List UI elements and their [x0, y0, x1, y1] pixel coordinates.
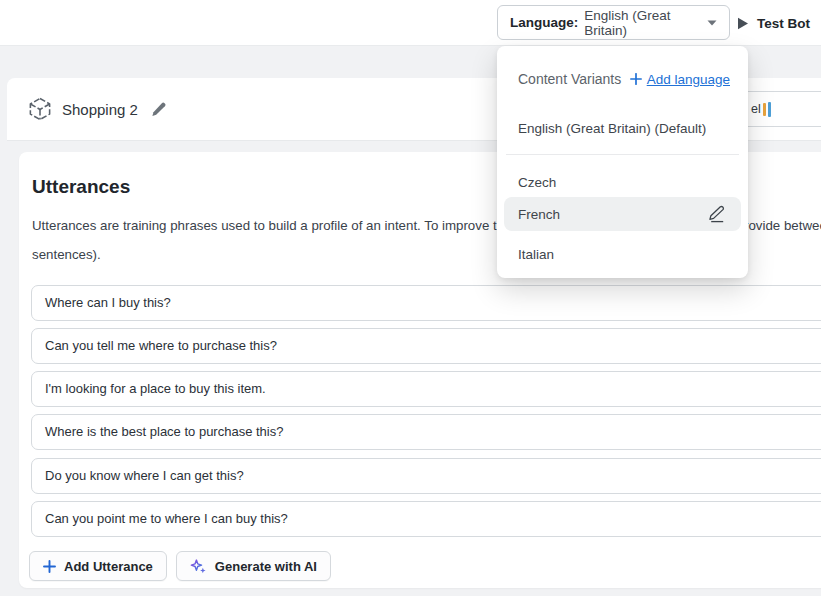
add-utterance-button[interactable]: Add Utterance [29, 551, 167, 581]
menu-item-french-label: French [518, 207, 560, 222]
utterance-actions-row: Add Utterance Generate with AI [29, 551, 331, 581]
language-label: Language: [510, 15, 578, 30]
edit-pencil-icon[interactable] [707, 205, 727, 223]
fragment-blue-caret [768, 102, 771, 117]
utterance-input[interactable]: Can you tell me where to purchase this? [31, 328, 821, 364]
fragment-orange-mark [763, 103, 766, 116]
top-bar: Language: English (Great Britain) Test B… [0, 0, 821, 46]
clipped-input-text: el [751, 102, 761, 116]
generate-with-ai-label: Generate with AI [215, 559, 317, 574]
plus-icon [630, 73, 642, 85]
menu-item-french[interactable]: French [504, 197, 741, 231]
intent-name: Shopping 2 [62, 101, 138, 118]
panel-header: Content Variants Add language [518, 71, 730, 87]
utterance-input[interactable]: Can you point me to where I can buy this… [31, 501, 821, 537]
language-dropdown-button[interactable]: Language: English (Great Britain) [497, 5, 730, 40]
menu-item-czech[interactable]: Czech [497, 166, 748, 200]
language-value: English (Great Britain) [584, 8, 701, 38]
add-language-label: Add language [647, 72, 730, 87]
app-screen: Language: English (Great Britain) Test B… [0, 0, 821, 596]
test-bot-button[interactable]: Test Bot [737, 9, 810, 37]
menu-item-italian[interactable]: Italian [497, 238, 748, 272]
edit-intent-name-button[interactable] [151, 102, 166, 117]
language-dropdown-panel: Content Variants Add language English (G… [497, 46, 748, 278]
cube-icon [29, 97, 51, 121]
test-bot-label: Test Bot [757, 16, 810, 31]
utterance-input[interactable]: I'm looking for a place to buy this item… [31, 371, 821, 407]
menu-item-default-language[interactable]: English (Great Britain) (Default) [497, 112, 748, 146]
add-utterance-label: Add Utterance [64, 559, 153, 574]
utterances-heading: Utterances [32, 176, 130, 198]
utterance-input[interactable]: Do you know where I can get this? [31, 458, 821, 494]
utterance-input[interactable]: Where can I buy this? [31, 285, 821, 321]
plus-icon [43, 560, 56, 573]
sparkle-icon [190, 558, 207, 575]
content-variants-label: Content Variants [518, 71, 621, 87]
add-language-link[interactable]: Add language [630, 72, 730, 87]
generate-with-ai-button[interactable]: Generate with AI [176, 551, 331, 581]
play-icon [737, 17, 749, 30]
utterance-input[interactable]: Where is the best place to purchase this… [31, 414, 821, 450]
menu-divider [506, 154, 739, 155]
chevron-down-icon [707, 20, 717, 26]
